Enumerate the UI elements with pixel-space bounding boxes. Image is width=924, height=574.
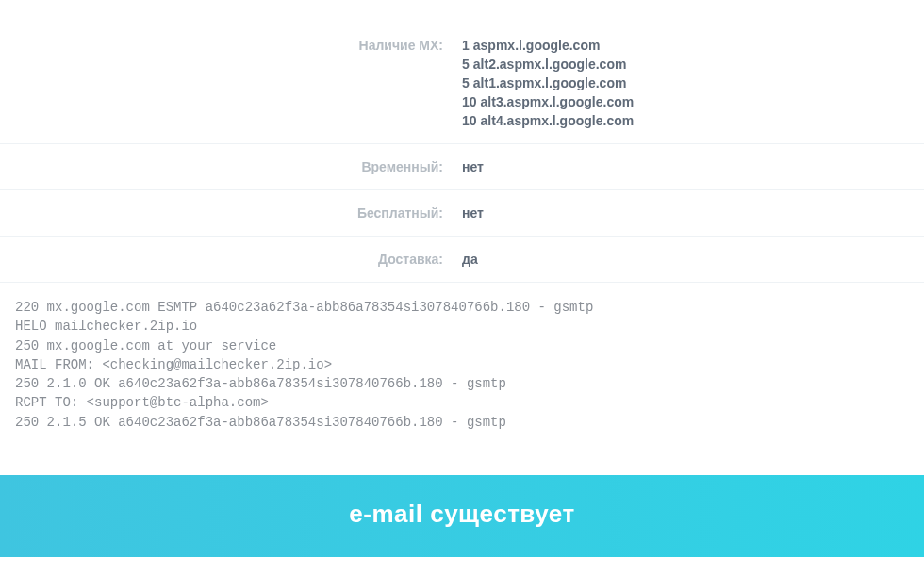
- row-free-label: Бесплатный:: [0, 205, 462, 221]
- mx-entry: 10 alt4.aspmx.l.google.com: [462, 113, 924, 128]
- mx-list: 1 aspmx.l.google.com 5 alt2.aspmx.l.goog…: [462, 38, 924, 128]
- row-mx: Наличие MX: 1 aspmx.l.google.com 5 alt2.…: [0, 0, 924, 144]
- mx-host: alt1.aspmx.l.google.com: [473, 75, 627, 90]
- mx-priority: 10: [462, 113, 477, 128]
- mx-priority: 5: [462, 75, 470, 90]
- row-mx-value: 1 aspmx.l.google.com 5 alt2.aspmx.l.goog…: [462, 38, 924, 128]
- mx-entry: 5 alt2.aspmx.l.google.com: [462, 57, 924, 72]
- row-temporary-label: Временный:: [0, 159, 462, 174]
- row-free-value: нет: [462, 205, 924, 221]
- mx-priority: 1: [462, 38, 470, 53]
- smtp-log: 220 mx.google.com ESMTP a640c23a62f3a-ab…: [0, 283, 924, 447]
- row-delivery-value: да: [462, 252, 924, 267]
- mx-host: aspmx.l.google.com: [473, 38, 601, 53]
- result-banner: e-mail существует: [0, 475, 924, 557]
- mx-entry: 5 alt1.aspmx.l.google.com: [462, 75, 924, 90]
- result-rows: Наличие MX: 1 aspmx.l.google.com 5 alt2.…: [0, 0, 924, 283]
- mx-entry: 1 aspmx.l.google.com: [462, 38, 924, 53]
- mx-priority: 5: [462, 57, 470, 72]
- mx-priority: 10: [462, 94, 477, 109]
- row-free: Бесплатный: нет: [0, 190, 924, 237]
- row-delivery: Доставка: да: [0, 237, 924, 283]
- mx-host: alt4.aspmx.l.google.com: [481, 113, 635, 128]
- mx-host: alt3.aspmx.l.google.com: [481, 94, 635, 109]
- row-temporary: Временный: нет: [0, 144, 924, 190]
- row-delivery-label: Доставка:: [0, 252, 462, 267]
- mx-host: alt2.aspmx.l.google.com: [473, 57, 627, 72]
- row-temporary-value: нет: [462, 159, 924, 174]
- row-mx-label: Наличие MX:: [0, 38, 462, 128]
- mx-entry: 10 alt3.aspmx.l.google.com: [462, 94, 924, 109]
